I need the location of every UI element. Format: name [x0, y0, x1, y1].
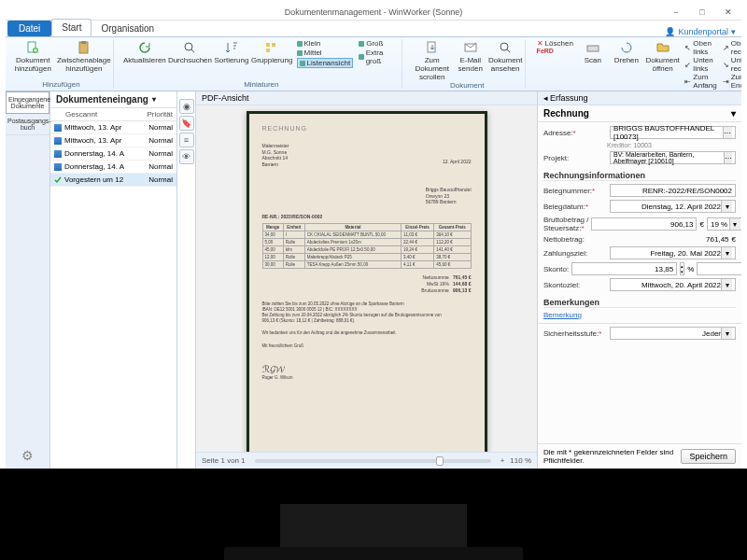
- svg-rect-8: [428, 42, 435, 52]
- svg-point-4: [185, 43, 192, 50]
- oben-links-button[interactable]: ↖ Oben links: [684, 39, 716, 56]
- tab-organisation[interactable]: Organisation: [92, 21, 163, 36]
- zwischenablage-hinzufuegen-button[interactable]: Zwischenablage hinzufügen: [59, 39, 109, 74]
- kundenportal-link[interactable]: 👤 Kundenportal▾: [665, 27, 736, 36]
- pdf-viewport[interactable]: RECHNUNG Malermeister M.G. Sonne Abschni…: [196, 105, 537, 452]
- view-klein[interactable]: Klein: [297, 39, 354, 48]
- speichern-button[interactable]: Speichern: [681, 449, 736, 464]
- page-indicator: Seite 1 von 1: [202, 456, 246, 465]
- settings-icon[interactable]: ⚙: [6, 442, 49, 469]
- eye-tool[interactable]: 👁: [179, 149, 194, 164]
- email-senden-button[interactable]: E-Mail senden: [457, 39, 485, 74]
- list-item[interactable]: Mittwoch, 13. AprNormal: [50, 134, 176, 147]
- view-mittel[interactable]: Mittel: [297, 49, 354, 57]
- svg-rect-3: [81, 41, 86, 44]
- scan-button[interactable]: Scan: [579, 39, 607, 65]
- unten-links-button[interactable]: ↙ Unten links: [684, 56, 716, 73]
- check-icon: [54, 176, 62, 184]
- zum-ende-button[interactable]: ⇥ Zum Ende: [723, 73, 741, 90]
- ribbon-bookmark-icon[interactable]: 🔖: [179, 116, 194, 131]
- svg-rect-6: [272, 43, 275, 47]
- maximize-button[interactable]: □: [689, 4, 715, 21]
- flag-icon: [54, 150, 62, 158]
- pdf-panel-title: PDF-Ansicht: [196, 91, 537, 105]
- view-listenansicht[interactable]: Listenansicht: [297, 58, 354, 68]
- svg-rect-11: [587, 46, 599, 51]
- skonto-betrag-input[interactable]: [697, 262, 741, 275]
- dokument-hinzufuegen-button[interactable]: Dokument hinzufügen: [13, 39, 53, 74]
- pdf-toolbar: ◉ 🔖 ≡ 👁: [177, 91, 196, 469]
- zahlungsziel-field[interactable]: Freitag, 20. Mai 2022▾: [610, 246, 736, 259]
- left-nav: Eingegangene Dokumente Postausgangs- buc…: [6, 91, 50, 469]
- zoom-slider[interactable]: [255, 459, 491, 463]
- sicherheitsstufe-select[interactable]: Jeder▾: [610, 327, 736, 340]
- oben-rechts-button[interactable]: ↗ Oben rechts: [723, 39, 741, 56]
- ribbon: Dokument hinzufügen Zwischenablage hinzu…: [6, 37, 741, 91]
- list-panel: Dokumenteneingang▾ GescanntPriorität Mit…: [50, 91, 177, 469]
- list-item[interactable]: Mittwoch, 13. AprNormal: [50, 121, 176, 134]
- zum-dokument-scrollen-button[interactable]: Zum Dokument scrollen: [414, 39, 451, 81]
- tab-erfassung[interactable]: Erfassung: [550, 93, 588, 103]
- ribbon-tab-strip: Datei Start Organisation 👤 Kundenportal▾: [6, 21, 741, 37]
- unten-rechts-button[interactable]: ↘ Unten rechts: [723, 56, 741, 73]
- skonto-prozent-input[interactable]: [571, 262, 677, 275]
- projekt-field[interactable]: BV: Malerarbeiten, Bantern, Abelfmayer […: [610, 151, 736, 164]
- view-gross[interactable]: Groß: [359, 39, 397, 48]
- required-note: Die mit * gekennzeichneten Felder sind P…: [543, 448, 681, 465]
- list-title[interactable]: Dokumenteneingang▾: [50, 91, 176, 108]
- bemerkung-link[interactable]: Bemerkung: [543, 311, 582, 319]
- durchsuchen-button[interactable]: Durchsuchen: [170, 39, 210, 65]
- loeschen-button[interactable]: ✕Löschen: [537, 39, 573, 48]
- list-tool[interactable]: ≡: [179, 133, 194, 147]
- sortierung-button[interactable]: Sortierung: [216, 39, 247, 65]
- list-item[interactable]: Donnerstag, 14. ANormal: [50, 161, 176, 174]
- tab-datei[interactable]: Datei: [7, 21, 51, 36]
- minimize-button[interactable]: −: [663, 4, 689, 21]
- close-button[interactable]: ✕: [715, 4, 741, 21]
- belegnummer-input[interactable]: [610, 184, 736, 197]
- window-title: Dokumentenmanagement - WinWorker (Sonne): [285, 7, 462, 17]
- nav-postausgang[interactable]: Postausgangs- buch: [6, 114, 49, 135]
- tab-start[interactable]: Start: [51, 19, 92, 36]
- svg-rect-5: [266, 43, 270, 47]
- flag-icon: [54, 163, 62, 171]
- skontoziel-field[interactable]: Mittwoch, 20. April 2022▾: [610, 278, 736, 291]
- list-item[interactable]: Vorgestern um 12Normal: [50, 174, 176, 187]
- bookmark-tool[interactable]: ◉: [179, 99, 194, 114]
- gruppierung-button[interactable]: Gruppierung: [253, 39, 291, 65]
- drehen-button[interactable]: Drehen: [613, 39, 641, 65]
- dokument-ansehen-button[interactable]: Dokument ansehen: [490, 39, 521, 74]
- aktualisieren-button[interactable]: Aktualisieren: [125, 39, 164, 65]
- user-icon: 👤: [665, 27, 675, 36]
- zum-anfang-button[interactable]: ⇤ Zum Anfang: [684, 73, 716, 90]
- brutto-input[interactable]: [591, 217, 697, 231]
- steuersatz-select[interactable]: 19 %▾: [707, 217, 741, 231]
- flag-icon: [54, 137, 62, 145]
- nav-eingegangene[interactable]: Eingegangene Dokumente: [6, 91, 49, 114]
- title-bar: Dokumentenmanagement - WinWorker (Sonne)…: [6, 4, 741, 21]
- form-title: Rechnung: [543, 108, 589, 119]
- svg-point-10: [500, 43, 508, 50]
- document-page: RECHNUNG Malermeister M.G. Sonne Abschni…: [247, 111, 487, 452]
- belegdatum-field[interactable]: Dienstag, 12. April 2022▾: [610, 200, 736, 213]
- list-item[interactable]: Donnerstag, 14. ANormal: [50, 147, 176, 161]
- zoom-value: 110 %: [510, 456, 531, 465]
- view-extra-gross[interactable]: Extra groß: [359, 49, 397, 65]
- adresse-field[interactable]: BRIGGS BAUSTOFFHANDEL [10073]⋯: [610, 126, 736, 139]
- dokument-oeffnen-button[interactable]: Dokument öffnen: [646, 39, 680, 74]
- svg-rect-7: [266, 49, 270, 52]
- flag-icon: [54, 124, 62, 132]
- ferd-button[interactable]: FeRD: [537, 48, 573, 54]
